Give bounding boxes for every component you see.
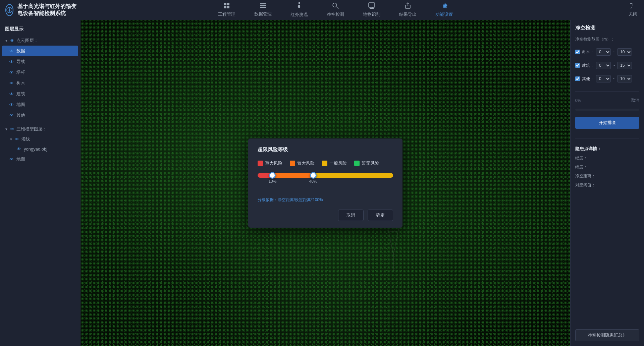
legend-no-risk: 暂无风险	[354, 160, 379, 166]
range-to-other[interactable]: 10	[617, 75, 632, 82]
panel-section-label: 净空检测范围（m）：	[575, 37, 639, 42]
legend-major-risk: 重大风险	[258, 160, 282, 166]
tower-line-group[interactable]: ▼ 👁 塔线	[0, 134, 80, 144]
slider-handle-right[interactable]	[310, 172, 317, 179]
nav-project[interactable]: 工程管理	[209, 0, 245, 20]
nav-recognition[interactable]: 地物识别	[354, 0, 390, 20]
tilde-building: ~	[613, 63, 615, 68]
nav-infrared[interactable]: 红外测温	[281, 0, 317, 20]
layer-item-yongyao[interactable]: 👁 yongyao.obj	[0, 144, 80, 154]
model-group-header[interactable]: ▼ 👁 三维模型图层：	[0, 124, 80, 134]
divider-1	[575, 91, 639, 92]
modal-cancel-button[interactable]: 取消	[338, 210, 364, 221]
chevron-down-icon-model: ▼	[5, 127, 8, 131]
settings-icon	[441, 2, 447, 10]
medium-risk-color	[322, 161, 327, 166]
range-from-other[interactable]: 0	[596, 75, 611, 82]
modal-confirm-button[interactable]: 确定	[368, 210, 393, 221]
risk-slider-container[interactable]: 10% 40%	[258, 173, 393, 187]
range-checkbox-tree[interactable]	[575, 50, 580, 54]
power-icon	[630, 3, 636, 10]
start-inspection-button[interactable]: 开始排查	[575, 117, 639, 129]
range-checkbox-other[interactable]	[575, 76, 580, 81]
nav-infrared-label: 红外测温	[290, 12, 308, 18]
layer-data-label: 数据	[16, 48, 25, 54]
eye-icon-building: 👁	[9, 92, 14, 97]
slider-track	[258, 173, 393, 178]
svg-point-1	[9, 9, 10, 11]
spacer	[575, 195, 639, 326]
nav-data[interactable]: 数据管理	[245, 0, 281, 20]
close-button[interactable]: 关闭	[629, 3, 637, 17]
major-risk-color	[258, 161, 263, 166]
tilde-tree: ~	[613, 50, 615, 54]
layer-item-tree[interactable]: 👁 树木	[0, 78, 80, 89]
layer-tower-label: 塔杆	[16, 69, 25, 75]
legend-high-risk: 较大风险	[290, 160, 315, 166]
eye-icon-guide: 👁	[9, 59, 14, 64]
layer-item-guide[interactable]: 👁 导线	[0, 56, 80, 67]
eye-icon-model-group: 👁	[10, 127, 14, 132]
svg-rect-2	[224, 3, 226, 5]
map-area[interactable]: 超限风险等级 重大风险 较大风险 一般风险	[80, 20, 570, 346]
nav-settings[interactable]: 功能设置	[426, 0, 462, 20]
basis-text: 分级依据：净空距离/设定距离*100%	[258, 197, 393, 203]
basis-formula: 净空距离/设定距离*100%	[278, 197, 323, 202]
major-risk-label: 重大风险	[265, 160, 282, 166]
eye-icon-tree: 👁	[9, 81, 14, 86]
main-layout: 图层显示 ▼ 👁 点云图层： 👁 数据 👁 导线 👁 塔杆 👁 树木 👁 建筑	[0, 20, 644, 346]
modal-footer: 取消 确定	[258, 210, 393, 221]
clearance-icon	[332, 2, 339, 10]
chevron-down-icon-tower: ▼	[9, 137, 13, 141]
svg-rect-6	[260, 3, 266, 4]
layer-item-other[interactable]: 👁 其他	[0, 110, 80, 121]
export-icon	[405, 2, 411, 10]
basis-label: 分级依据：	[258, 197, 278, 202]
range-from-tree[interactable]: 0	[596, 48, 611, 56]
range-from-building[interactable]: 0	[596, 62, 611, 69]
chevron-down-icon: ▼	[5, 39, 8, 43]
summary-button[interactable]: 净空检测隐患汇总》	[575, 329, 639, 341]
eye-icon-other: 👁	[9, 113, 14, 118]
range-label-building: 建筑：	[582, 63, 594, 68]
range-to-building[interactable]: 15	[617, 62, 632, 69]
nav-clearance[interactable]: 净空检测	[317, 0, 354, 20]
layer-item-building[interactable]: 👁 建筑	[0, 89, 80, 99]
yongyao-label: yongyao.obj	[24, 147, 47, 152]
legend-medium-risk: 一般风险	[322, 160, 347, 166]
point-cloud-group-label: 点云图层：	[16, 38, 38, 44]
header: 基于高光谱与红外的输变电设备智能检测系统 工程管理 数据管理 红外测温 净空检测	[0, 0, 644, 20]
legend-row: 重大风险 较大风险 一般风险 暂无风险	[258, 160, 393, 166]
eye-icon-tower-line: 👁	[15, 137, 19, 142]
eye-icon-tower: 👁	[9, 70, 14, 75]
progress-bar-background	[575, 109, 639, 111]
modal-title: 超限风险等级	[258, 147, 393, 153]
cancel-label[interactable]: 取消	[631, 98, 639, 103]
tower-line-label: 塔线	[21, 136, 30, 142]
layer-item-data[interactable]: 👁 数据	[2, 46, 78, 56]
range-row-tree: 树木： 0 ~ 10	[575, 48, 639, 56]
point-cloud-group-header[interactable]: ▼ 👁 点云图层：	[0, 36, 80, 46]
project-icon	[223, 2, 230, 10]
svg-rect-7	[260, 5, 266, 6]
detail-section: 隐患点详情： 经度： 纬度： 净空距离： 对应阈值：	[575, 146, 639, 191]
eye-icon: 👁	[10, 38, 14, 43]
tilde-other: ~	[613, 76, 615, 81]
layer-ground-label: 地面	[16, 102, 25, 108]
risk-level-modal: 超限风险等级 重大风险 较大风险 一般风险	[248, 138, 402, 228]
clearance-row: 净空距离：	[575, 173, 639, 179]
nav-settings-label: 功能设置	[435, 11, 453, 17]
eye-icon-yongyao: 👁	[17, 147, 21, 152]
range-checkbox-building[interactable]	[575, 63, 580, 68]
nav-project-label: 工程管理	[218, 11, 235, 17]
eye-icon-ground: 👁	[9, 102, 14, 107]
layer-item-tower[interactable]: 👁 塔杆	[0, 67, 80, 78]
threshold-row: 对应阈值：	[575, 182, 639, 188]
slider-handle-left[interactable]	[269, 172, 276, 179]
range-row-building: 建筑： 0 ~ 15	[575, 62, 639, 69]
range-to-tree[interactable]: 10	[617, 48, 632, 56]
layer-item-ground-model[interactable]: 👁 地面	[0, 154, 80, 165]
nav-export[interactable]: 结果导出	[390, 0, 426, 20]
layer-item-ground[interactable]: 👁 地面	[0, 99, 80, 110]
range-label-other: 其他：	[582, 76, 594, 82]
